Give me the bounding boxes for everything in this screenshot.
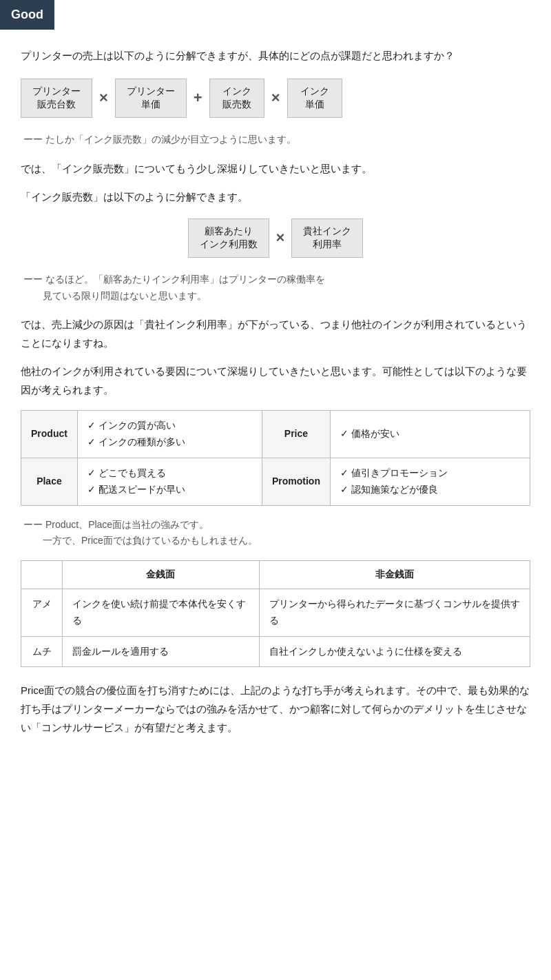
price-item-1: 価格が安い (340, 426, 520, 442)
place-item-2: 配送スピードが早い (87, 482, 252, 498)
analysis-ame-nonmonetary: プリンターから得られたデータに基づくコンサルを提供する (259, 589, 530, 636)
analysis-label-muchi: ムチ (21, 636, 63, 667)
promotion-item-2: 認知施策などが優良 (340, 482, 520, 498)
four-p-row-2: Place どこでも買える 配送スピードが早い Promotion 値引きプロモ… (21, 458, 530, 505)
intro-text: プリンターの売上は以下のように分解できますが、具体的にどの点が課題だと思われます… (21, 46, 530, 65)
formula-box-company-ink-rate: 貴社インク利用率 (291, 218, 363, 258)
four-p-product-content: インクの質が高い インクの種類が多い (77, 411, 262, 458)
section1-text2: 「インク販売数」は以下のように分解できます。 (21, 187, 530, 206)
formula-op-2: + (194, 85, 202, 110)
header-badge: Good (0, 0, 54, 30)
analysis-muchi-nonmonetary: 自社インクしか使えないように仕様を変える (259, 636, 530, 667)
formula-box-printer-price: プリンター単価 (115, 79, 187, 118)
analysis-header-nonmonetary: 非金銭面 (259, 561, 530, 589)
four-p-table: Product インクの質が高い インクの種類が多い Price 価格が安い P… (21, 410, 530, 505)
comment3-line1: ーー Product、Place面は当社の強みです。 (23, 517, 530, 533)
analysis-row-ame: アメ インクを使い続け前提で本体代を安くする プリンターから得られたデータに基づ… (21, 589, 530, 636)
analysis-header-row: 金銭面 非金銭面 (21, 561, 530, 589)
final-text: Price面での競合の優位面を打ち消すためには、上記のような打ち手が考えられます… (21, 681, 530, 737)
analysis-row-muchi: ムチ 罰金ルールを適用する 自社インクしか使えないように仕様を変える (21, 636, 530, 667)
comment2-line1: ーー なるほど。「顧客あたりインク利用率」はプリンターの稼働率を (23, 272, 530, 288)
formula1: プリンター販売台数 × プリンター単価 + インク販売数 × インク単価 (21, 79, 530, 118)
section2-text1: では、売上減少の原因は「貴社インク利用率」が下がっている、つまり他社のインクが利… (21, 315, 530, 352)
formula-box-customer-ink: 顧客あたりインク利用数 (188, 218, 269, 258)
place-item-1: どこでも買える (87, 465, 252, 482)
formula-op-4: × (276, 225, 285, 250)
four-p-product-label: Product (21, 411, 78, 458)
section2-text2: 他社のインクが利用されている要因について深堀りしていきたいと思います。可能性とし… (21, 362, 530, 399)
analysis-table: 金銭面 非金銭面 アメ インクを使い続け前提で本体代を安くする プリンターから得… (21, 560, 530, 667)
product-item-2: インクの種類が多い (87, 434, 252, 451)
section1-text1: では、「インク販売数」についてもう少し深堀りしていきたいと思います。 (21, 159, 530, 178)
formula-box-ink-price: インク単価 (287, 79, 342, 118)
comment2-line2: 見ている限り問題はないと思います。 (23, 288, 530, 305)
four-p-promotion-label: Promotion (262, 458, 330, 505)
four-p-place-content: どこでも買える 配送スピードが早い (77, 458, 262, 505)
analysis-label-ame: アメ (21, 589, 63, 636)
formula2: 顧客あたりインク利用数 × 貴社インク利用率 (21, 218, 530, 258)
promotion-item-1: 値引きプロモーション (340, 465, 520, 482)
analysis-header-empty (21, 561, 63, 589)
comment2: ーー なるほど。「顧客あたりインク利用率」はプリンターの稼働率を 見ている限り問… (21, 272, 530, 305)
comment3-line2: 一方で、Price面では負けているかもしれません。 (23, 533, 530, 549)
comment3: ーー Product、Place面は当社の強みです。 一方で、Price面では負… (21, 517, 530, 550)
four-p-row-1: Product インクの質が高い インクの種類が多い Price 価格が安い (21, 411, 530, 458)
analysis-header-monetary: 金銭面 (63, 561, 260, 589)
comment1: ーー たしか「インク販売数」の減少が目立つように思います。 (21, 132, 530, 148)
formula-op-1: × (99, 85, 108, 110)
four-p-price-content: 価格が安い (330, 411, 530, 458)
product-item-1: インクの質が高い (87, 418, 252, 434)
four-p-price-label: Price (262, 411, 330, 458)
analysis-muchi-monetary: 罰金ルールを適用する (63, 636, 260, 667)
formula-op-3: × (271, 85, 280, 110)
analysis-ame-monetary: インクを使い続け前提で本体代を安くする (63, 589, 260, 636)
formula-box-ink-units: インク販売数 (209, 79, 264, 118)
four-p-place-label: Place (21, 458, 78, 505)
four-p-promotion-content: 値引きプロモーション 認知施策などが優良 (330, 458, 530, 505)
formula-box-printer-units: プリンター販売台数 (21, 79, 92, 118)
